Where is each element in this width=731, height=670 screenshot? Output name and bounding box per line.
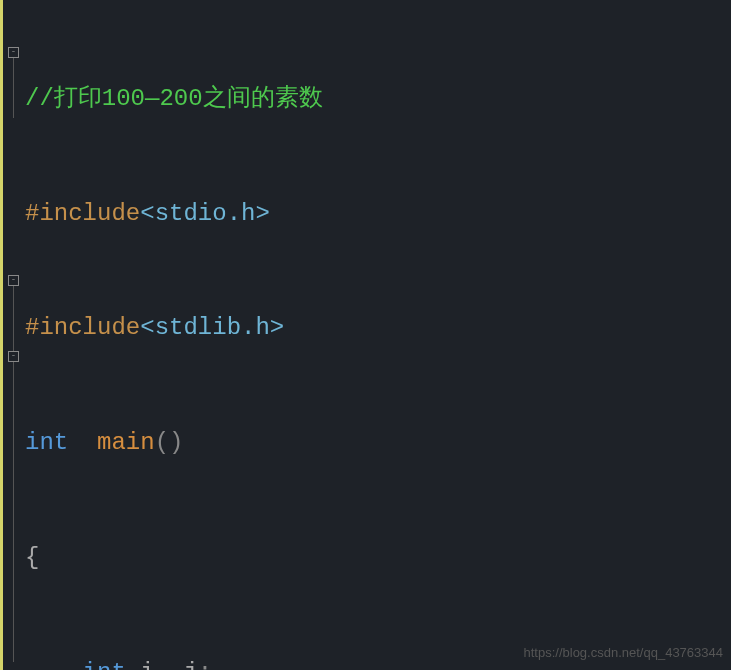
gutter: - - - — [3, 0, 23, 670]
fold-guide — [13, 58, 14, 118]
fold-toggle-include[interactable]: - — [8, 47, 19, 58]
code-line: #include<stdlib.h> — [23, 309, 731, 347]
keyword-int: int — [25, 429, 68, 456]
fold-guide — [13, 362, 14, 662]
code-line: #include<stdio.h> — [23, 195, 731, 233]
comment-text: //打印100—200之间的素数 — [25, 85, 323, 112]
code-editor[interactable]: //打印100—200之间的素数 #include<stdio.h> #incl… — [23, 3, 731, 670]
preproc-directive: #include — [25, 314, 140, 341]
code-line: //打印100—200之间的素数 — [23, 80, 731, 118]
keyword-int: int — [83, 659, 126, 670]
watermark-text: https://blog.csdn.net/qq_43763344 — [524, 643, 724, 664]
ident-j: j — [183, 659, 197, 670]
paren-close: ) — [169, 429, 183, 456]
semicolon: ; — [198, 659, 212, 670]
func-main: main — [97, 429, 155, 456]
angle-open: < — [140, 314, 154, 341]
comma: , — [155, 659, 169, 670]
angle-close: > — [255, 200, 269, 227]
header-name: stdio.h — [155, 200, 256, 227]
ident-i: i — [140, 659, 154, 670]
angle-open: < — [140, 200, 154, 227]
angle-close: > — [270, 314, 284, 341]
paren-open: ( — [155, 429, 169, 456]
preproc-directive: #include — [25, 200, 140, 227]
code-line: { — [23, 539, 731, 577]
fold-toggle-for-outer[interactable]: - — [8, 275, 19, 286]
fold-toggle-for-inner[interactable]: - — [8, 351, 19, 362]
brace-open: { — [25, 544, 39, 571]
code-line: int main() — [23, 424, 731, 462]
header-name: stdlib.h — [155, 314, 270, 341]
